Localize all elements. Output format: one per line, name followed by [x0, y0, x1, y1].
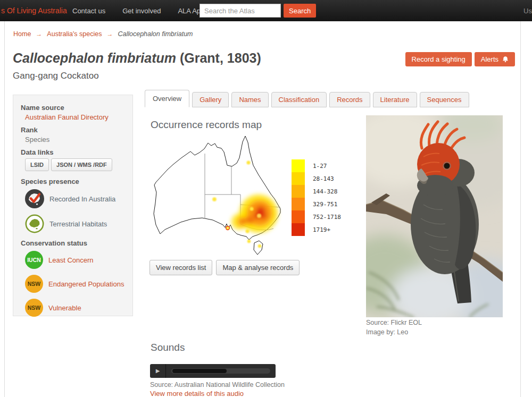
legend-swatch — [292, 159, 305, 172]
ala-brand[interactable]: s Of Living Australia — [1, 6, 67, 15]
common-name: Gang-gang Cockatoo — [13, 71, 99, 81]
adelaide-occurrence-ring — [226, 226, 230, 230]
tab-literature[interactable]: Literature — [373, 92, 417, 107]
conservation-link[interactable]: Least Concern — [48, 256, 94, 264]
occurrence-records-map[interactable] — [149, 134, 287, 258]
alerts-button[interactable]: Alerts — [475, 52, 515, 66]
record-sighting-button[interactable]: Record a sighting — [405, 52, 472, 66]
species-sidebar: Name source Australian Faunal Directory … — [13, 95, 133, 316]
map-legend: 1-27 28-143 144-328 329-751 752-1718 171… — [292, 159, 341, 236]
legend-swatch — [292, 172, 305, 185]
recorded-in-australia-icon — [25, 189, 44, 208]
species-tabs: Overview Gallery Names Classification Re… — [145, 90, 469, 107]
image-credit: Image by: Leo — [366, 328, 408, 336]
tab-records[interactable]: Records — [329, 92, 370, 107]
audio-source: Source: Australian National Wildlife Col… — [150, 381, 285, 388]
nsw-badge: NSW — [25, 299, 43, 317]
data-links-buttons: LSID JSON / WMS /RDF — [25, 158, 125, 171]
legend-row: 28-143 — [292, 172, 341, 185]
breadcrumb-arrow-icon: → — [106, 30, 113, 38]
conservation-row: NSW Endangered Populations — [25, 275, 125, 293]
tab-overview[interactable]: Overview — [145, 90, 189, 107]
image-source: Source: Flickr EOL — [366, 319, 422, 326]
page-left-border — [4, 21, 5, 397]
conservation-status-label: Conservation status — [21, 239, 125, 247]
map-section-title: Occurrence records map — [151, 119, 262, 131]
rank-label: Rank — [21, 126, 125, 134]
ala-species-page: s Of Living Australia Contact us Get inv… — [0, 0, 532, 397]
breadcrumb-home[interactable]: Home — [13, 30, 31, 38]
conservation-link[interactable]: Endangered Populations — [48, 280, 124, 288]
presence-label: Recorded In Australia — [49, 195, 115, 203]
conservation-link[interactable]: Vulnerable — [48, 304, 81, 312]
map-action-buttons: View records list Map & analyse records — [149, 260, 300, 275]
nav-get-involved[interactable]: Get involved — [122, 7, 161, 15]
legend-row: 752-1718 — [292, 210, 341, 223]
audio-progress-track[interactable] — [171, 368, 270, 374]
nsw-badge: NSW — [25, 275, 43, 293]
search-input[interactable] — [200, 4, 281, 18]
tab-classification[interactable]: Classification — [271, 92, 327, 107]
presence-recorded-row: Recorded In Australia — [25, 189, 125, 208]
tab-gallery[interactable]: Gallery — [192, 92, 229, 107]
navbar-links: Contact us Get involved ALA Apps▾ — [72, 0, 212, 21]
audio-details-link[interactable]: View more details of this audio — [150, 390, 244, 397]
name-source-link[interactable]: Australian Faunal Directory — [25, 113, 125, 121]
breadcrumb: Home → Australia's species → Callocephal… — [13, 30, 193, 38]
legend-swatch — [292, 185, 305, 198]
top-navbar: s Of Living Australia Contact us Get inv… — [0, 0, 532, 21]
name-source-label: Name source — [21, 104, 125, 112]
breadcrumb-arrow-icon: → — [36, 30, 42, 38]
legend-swatch — [292, 223, 305, 236]
breadcrumb-species[interactable]: Australia's species — [47, 30, 102, 38]
audio-progress-fill — [172, 369, 227, 373]
tab-names[interactable]: Names — [231, 92, 268, 107]
legend-row: 1719+ — [292, 223, 341, 236]
lsid-button[interactable]: LSID — [25, 158, 49, 171]
legend-swatch — [292, 210, 305, 223]
nav-contact-us[interactable]: Contact us — [72, 7, 105, 15]
bell-icon — [502, 56, 509, 63]
terrestrial-habitats-icon — [25, 214, 44, 233]
legend-row: 1-27 — [292, 159, 341, 172]
breadcrumb-current: Callocephalon fimbriatum — [118, 30, 193, 38]
legend-row: 144-328 — [292, 185, 341, 198]
presence-label: Terrestrial Habitats — [49, 220, 107, 228]
tab-sequences[interactable]: Sequences — [420, 92, 469, 107]
legend-swatch — [292, 198, 305, 210]
data-links-label: Data links — [21, 148, 125, 156]
species-photo[interactable] — [366, 115, 503, 317]
map-analyse-records-button[interactable]: Map & analyse records — [216, 260, 300, 275]
page-title: Callocephalon fimbriatum (Grant, 1803) — [13, 50, 261, 66]
iucn-badge: IUCN — [25, 251, 43, 269]
conservation-row: NSW Vulnerable — [25, 299, 125, 317]
page-right-border — [520, 21, 521, 397]
search-button[interactable]: Search — [284, 4, 316, 18]
nav-right-text[interactable]: Us — [523, 7, 532, 15]
view-records-list-button[interactable]: View records list — [149, 260, 212, 275]
json-wms-rdf-button[interactable]: JSON / WMS /RDF — [51, 158, 112, 171]
audio-player[interactable]: ▶ — [150, 364, 276, 378]
rank-value: Species — [25, 136, 125, 143]
play-icon[interactable]: ▶ — [150, 364, 166, 378]
species-presence-label: Species presence — [21, 178, 125, 185]
sounds-section-title: Sounds — [151, 342, 185, 353]
presence-habitat-row: Terrestrial Habitats — [25, 214, 125, 233]
legend-row: 329-751 — [292, 198, 341, 210]
header-actions: Record a sighting Alerts — [405, 52, 515, 66]
conservation-row: IUCN Least Concern — [25, 251, 125, 269]
